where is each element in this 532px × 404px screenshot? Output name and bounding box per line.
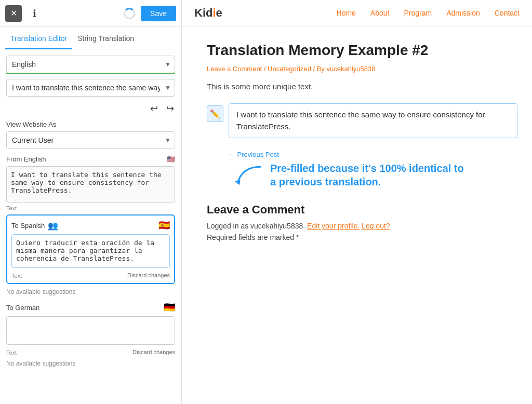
prev-post-link[interactable]: ← Previous Post [229,151,517,158]
tab-translation-editor[interactable]: Translation Editor [5,27,72,49]
from-english-section: From English 🇺🇸 I want to translate this… [6,155,175,211]
site-nav: Home About Program Admission Contact [337,9,520,17]
spanish-flag: 🇪🇸 [158,220,170,231]
german-flag: 🇩🇪 [164,302,175,313]
to-german-textarea[interactable] [6,316,175,345]
comment-meta: Logged in as vucekahiyu5838. Edit your p… [207,222,517,230]
nav-home[interactable]: Home [337,9,356,17]
post-excerpt: This is some more unique text. [207,82,517,91]
string-select-group: I want to translate this sentence the sa… [6,79,175,97]
post-meta: Leave a Comment / Uncategorized / By vuc… [207,65,517,73]
nav-contact[interactable]: Contact [495,9,520,17]
from-english-textarea[interactable]: I want to translate this sentence the sa… [6,166,175,203]
users-icon: 👥 [48,221,58,231]
close-button[interactable]: ✕ [5,5,22,22]
to-spanish-section: To Spanish 👥 🇪🇸 Quiero traducir esta ora… [6,214,175,284]
spanish-suggestions: No available suggestions [6,288,175,295]
info-button[interactable]: ℹ [26,5,43,22]
annotation-arrow-icon [229,161,265,193]
top-bar: ✕ ℹ Save [0,0,181,27]
highlighted-text: I want to translate this sentence the sa… [229,103,517,138]
string-select-wrapper: I want to translate this sentence the sa… [6,79,175,97]
edit-profile-link[interactable]: Edit your profile. [307,222,360,230]
text-highlight-block: ✏️ I want to translate this sentence the… [207,103,517,138]
to-german-header: To German 🇩🇪 [6,302,175,313]
to-german-footer: Text Discard changes [6,348,175,356]
right-panel: Kidie Home About Program Admission Conta… [182,0,532,404]
language-select[interactable]: English Spanish German French [6,56,175,73]
to-german-discard[interactable]: Discard changes [132,349,175,355]
left-panel: ✕ ℹ Save Translation Editor String Trans… [0,0,182,404]
to-spanish-type: Text [11,273,22,279]
next-arrow-button[interactable]: ↪ [165,102,175,115]
tabs-bar: Translation Editor String Translation [0,27,181,49]
german-suggestions: No available suggestions [6,360,175,367]
site-header: Kidie Home About Program Admission Conta… [182,0,532,26]
edit-pencil-button[interactable]: ✏️ [207,105,223,122]
to-spanish-discard[interactable]: Discard changes [127,272,170,278]
panel-content: English Spanish German French ▼ I want t… [0,49,181,404]
view-as-select[interactable]: Current User Visitor [6,131,175,149]
view-as-label: View Website As [6,120,175,128]
from-english-label: From English 🇺🇸 [6,155,175,163]
save-button[interactable]: Save [141,6,176,21]
language-select-group: English Spanish German French ▼ [6,56,175,74]
nav-admission[interactable]: Admission [446,9,480,17]
to-german-type: Text [6,349,17,356]
from-english-type: Text [6,205,175,211]
view-as-section: View Website As Current User Visitor ▼ [6,120,175,149]
string-select[interactable]: I want to translate this sentence the sa… [6,79,175,97]
nav-program[interactable]: Program [404,9,432,17]
nav-arrows: ↩ ↪ [6,102,175,115]
english-flag: 🇺🇸 [167,155,175,163]
leave-comment-title: Leave a Comment [207,203,517,217]
to-german-label: To German [6,304,39,312]
tab-string-translation[interactable]: String Translation [72,27,139,49]
spinner-icon [124,8,135,19]
to-spanish-title: To Spanish 👥 [11,221,58,231]
site-content: Translation Memory Example #2 Leave a Co… [182,26,532,256]
post-title: Translation Memory Example #2 [207,41,517,60]
language-select-wrapper: English Spanish German French ▼ [6,56,175,73]
loading-spinner [122,6,137,21]
prev-arrow-button[interactable]: ↩ [149,102,159,115]
required-note: Required fields are marked * [207,233,517,241]
to-german-section: To German 🇩🇪 Text Discard changes [6,302,175,356]
annotation-text: Pre-filled because it's 100% identical t… [270,161,468,188]
view-as-select-wrapper: Current User Visitor ▼ [6,131,175,149]
annotation-area: ← Previous Post Pre-filled because it's … [207,151,517,193]
to-spanish-footer: Text Discard changes [11,272,170,279]
log-out-link[interactable]: Log out? [362,222,390,230]
to-spanish-textarea[interactable]: Quiero traducir esta oración de la misma… [11,234,170,268]
to-spanish-header: To Spanish 👥 🇪🇸 [11,220,170,231]
site-logo: Kidie [194,6,222,20]
nav-about[interactable]: About [370,9,390,17]
